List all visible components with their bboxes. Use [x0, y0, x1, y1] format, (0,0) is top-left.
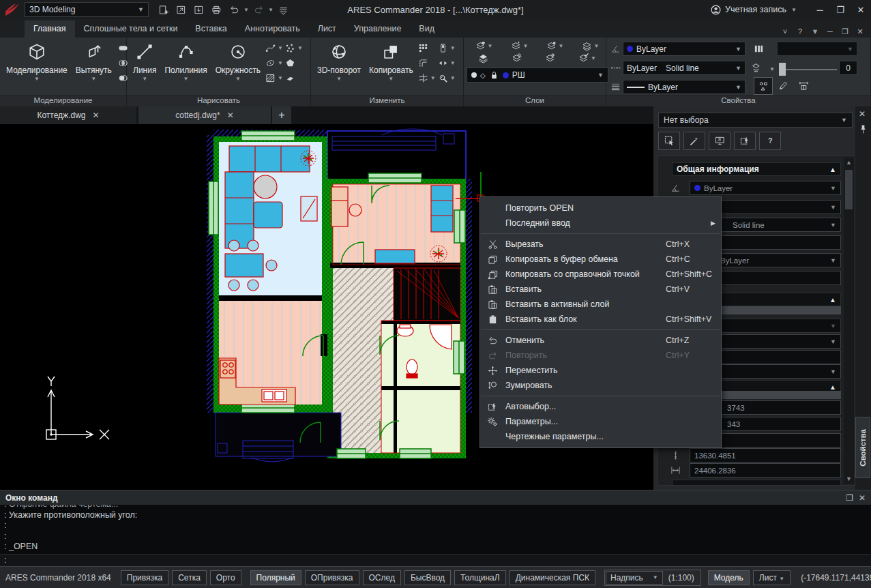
command-history[interactable]: : Открытие файла чертежа...: Укажите про… [0, 505, 871, 554]
display-icon[interactable] [709, 132, 730, 150]
trim-icon[interactable] [418, 73, 428, 83]
extrude-button[interactable]: Вытянуть▼ [72, 39, 115, 94]
ribbon-tab-0[interactable]: Главная [25, 20, 75, 38]
status-toggle-Орто[interactable]: Орто [210, 570, 241, 585]
array-icon[interactable] [418, 43, 428, 53]
menu-item-0[interactable]: Повторить OPEN [480, 201, 721, 216]
sheet-combo[interactable]: Лист ▼ [753, 570, 791, 585]
highlight-icon[interactable] [683, 132, 705, 150]
layer-lock-icon[interactable] [546, 41, 557, 51]
cmd-float-icon[interactable]: ❐ [846, 493, 853, 503]
menu-item-6[interactable]: ВставитьCtrl+V [480, 282, 721, 297]
print-style-combo[interactable]: ▼ [777, 42, 857, 56]
layer-find-icon[interactable] [512, 53, 522, 63]
transparency-dropdown[interactable]: ▼ [769, 66, 776, 72]
status-toggle-ОСлед[interactable]: ОСлед [363, 570, 401, 585]
menu-item-8[interactable]: Вставить как блокCtrl+Shift+V [480, 312, 721, 327]
command-input[interactable]: : [0, 554, 871, 566]
command-window-titlebar[interactable]: Окно команд ❐ ✕ [0, 490, 871, 505]
document-tab-1[interactable]: cottedj.dwg*✕ [138, 106, 271, 124]
menu-item-17[interactable]: Чертежные параметры... [480, 429, 721, 444]
panel-scrollbar[interactable]: ▲ ▼ [844, 158, 854, 484]
rotate3d-button[interactable]: 3D-поворот▼ [314, 39, 364, 94]
offset-icon[interactable] [418, 58, 428, 68]
help-icon[interactable]: ? [793, 25, 807, 38]
help-dropdown[interactable]: ▼ [808, 25, 822, 38]
properties-side-tab[interactable]: Свойства [855, 417, 870, 478]
cmd-close-icon[interactable]: ✕ [859, 493, 866, 503]
selection-combo[interactable]: Нет выбора▼ [658, 113, 853, 128]
account-menu[interactable]: Учетная запись ▼ [711, 5, 797, 15]
scroll-thumb[interactable] [845, 170, 853, 209]
linecolor-combo[interactable]: ByLayer▼ [623, 42, 745, 56]
status-toggle-ОПривязка[interactable]: ОПривязка [305, 570, 359, 585]
ribbon-tab-6[interactable]: Вид [410, 20, 443, 38]
ribbon-tab-2[interactable]: Вставка [186, 20, 235, 38]
new-tab-button[interactable]: + [272, 106, 291, 124]
transparency-slider-handle[interactable] [779, 63, 786, 76]
minimize-button[interactable]: ─ [810, 1, 830, 18]
ellipse-icon[interactable] [265, 58, 276, 68]
select-entities-icon[interactable] [658, 132, 680, 150]
save-file-icon[interactable] [190, 2, 207, 17]
layer-freeze-icon[interactable] [511, 41, 521, 51]
doc-restore-icon[interactable]: ❐ [838, 25, 852, 38]
menu-item-15[interactable]: Автовыбор... [480, 399, 721, 414]
panel-section-header[interactable]: Общая информация▲ [672, 162, 841, 176]
new-file-icon[interactable] [155, 2, 171, 17]
panel-combo-1[interactable]: ByLayer▼ [690, 181, 841, 195]
layer-check-icon[interactable] [578, 53, 589, 63]
polyline-button[interactable]: Полилиния▼ [161, 39, 210, 94]
scroll-down-icon[interactable]: ▼ [844, 474, 854, 484]
linestyle-combo[interactable]: ByLayerSolid line▼ [623, 61, 745, 75]
panel-section-header[interactable]: ▼ [672, 480, 841, 486]
menu-item-3[interactable]: ВырезатьCtrl+X [480, 237, 721, 252]
ribbon-tab-5[interactable]: Управление [345, 20, 411, 38]
undo-dropdown[interactable]: ▼ [243, 7, 250, 13]
status-toggle-Сетка[interactable]: Сетка [172, 570, 207, 585]
ribbon-tab-3[interactable]: Аннотировать [236, 20, 309, 38]
layer-tools-icon[interactable] [545, 53, 555, 63]
panel-field-19[interactable]: 24406.2836 [690, 463, 841, 477]
redo-dropdown[interactable]: ▼ [267, 7, 274, 13]
panel-field-18[interactable]: 13630.4851 [690, 448, 841, 462]
hatch-icon[interactable] [265, 73, 276, 83]
transparency-slider-track[interactable] [779, 69, 837, 70]
menu-item-10[interactable]: ОтменитьCtrl+Z [480, 333, 721, 348]
copy-button[interactable]: Копировать▼ [366, 39, 417, 94]
panel-close-icon[interactable]: ✕ [859, 109, 866, 119]
open-file-icon[interactable] [173, 2, 189, 17]
menu-item-16[interactable]: Параметры... [480, 414, 721, 429]
plane-icon[interactable] [285, 73, 295, 83]
quick-select-icon[interactable] [734, 132, 756, 150]
doc-close-icon[interactable]: ✕ [853, 25, 867, 38]
scroll-up-icon[interactable]: ▲ [844, 158, 854, 167]
status-toggle-Привязка[interactable]: Привязка [121, 570, 168, 585]
tab-close-icon[interactable]: ✕ [92, 111, 99, 120]
columns-icon[interactable] [754, 44, 764, 54]
stretch-icon[interactable] [438, 43, 448, 53]
status-toggle-Полярный[interactable]: Полярный [250, 570, 301, 585]
menu-item-13[interactable]: Зумировать [480, 378, 721, 393]
panel-pin-icon[interactable] [858, 124, 868, 134]
menu-item-5[interactable]: Копировать со справочной точкойCtrl+Shif… [480, 267, 721, 282]
points-icon[interactable] [285, 43, 295, 53]
status-toggle-ТолщинаЛ[interactable]: ТолщинаЛ [454, 570, 506, 585]
ribbon-tab-1[interactable]: Сплошные тела и сетки [75, 20, 187, 38]
ribbon-collapse-icon[interactable]: ˅ [778, 25, 792, 38]
close-button[interactable]: ✕ [851, 1, 871, 18]
layer-visibility-icon[interactable] [475, 41, 486, 51]
menu-item-12[interactable]: Переместить [480, 363, 721, 378]
layers-manager-icon[interactable] [478, 53, 488, 63]
document-tab-0[interactable]: Коттедж.dwg✕ [0, 106, 136, 124]
ribbon-tab-4[interactable]: Лист [309, 20, 345, 38]
redo-icon[interactable] [250, 2, 267, 17]
model-toggle[interactable]: Модель [708, 570, 750, 585]
undo-icon[interactable] [226, 2, 242, 17]
doc-minimize-icon[interactable]: ─ [823, 25, 837, 38]
transparency-icon[interactable] [751, 63, 761, 73]
restore-button[interactable]: ❐ [830, 1, 851, 18]
transparency-value[interactable]: 0 [839, 61, 857, 75]
tab-close-icon[interactable]: ✕ [227, 111, 234, 120]
status-toggle-БысВвод[interactable]: БысВвод [404, 570, 451, 585]
